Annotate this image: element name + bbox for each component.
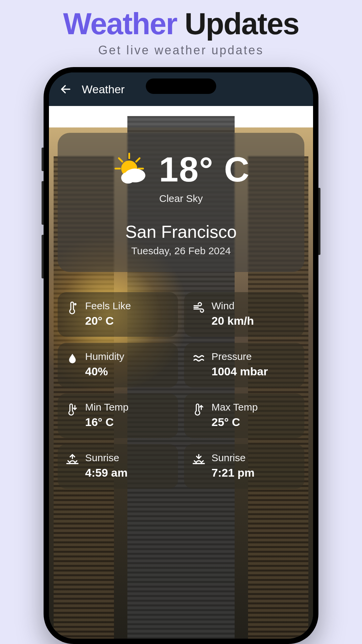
tile-value: 7:21 pm <box>212 466 255 479</box>
sunrise-icon <box>65 452 80 467</box>
tile-label: Sunrise <box>85 452 128 464</box>
partly-cloudy-icon <box>112 151 149 188</box>
phone-screen: Weather <box>49 72 313 639</box>
tile-max-temp: Max Temp 25° C <box>184 393 304 438</box>
tile-label: Humidity <box>85 351 124 362</box>
promo-title-accent: Weather <box>63 7 177 41</box>
back-button[interactable] <box>59 83 72 96</box>
droplet-icon <box>65 351 80 365</box>
svg-line-2 <box>119 158 122 161</box>
tile-wind: Wind 20 km/h <box>184 292 304 337</box>
tile-label: Sunrise <box>212 452 255 464</box>
svg-line-19 <box>202 461 203 462</box>
wind-icon <box>191 300 206 314</box>
tile-value: 20 km/h <box>212 314 254 327</box>
temp-low-icon <box>65 401 80 416</box>
svg-point-8 <box>121 172 135 183</box>
tile-label: Pressure <box>212 351 268 362</box>
svg-line-18 <box>194 461 195 462</box>
temperature-value: 18° C <box>159 150 250 190</box>
temp-high-icon <box>191 401 206 416</box>
date-text: Tuesday, 26 Feb 2024 <box>68 245 294 257</box>
svg-line-14 <box>68 461 69 462</box>
tile-value: 4:59 am <box>85 466 128 479</box>
thermometer-icon <box>65 300 80 314</box>
tile-sunset: Sunrise 7:21 pm <box>184 444 304 489</box>
weather-content: 18° C Clear Sky San Francisco Tuesday, 2… <box>49 106 313 639</box>
sunset-icon <box>191 452 206 467</box>
tile-value: 40% <box>85 365 124 378</box>
dynamic-island <box>146 78 216 94</box>
tile-value: 20° C <box>85 314 131 327</box>
svg-line-15 <box>76 461 77 462</box>
tile-value: 16° C <box>85 416 129 429</box>
tile-pressure: Pressure 1004 mbar <box>184 343 304 387</box>
promo-title: Weather Updates <box>0 0 362 41</box>
condition-text: Clear Sky <box>68 193 294 204</box>
tile-min-temp: Min Temp 16° C <box>58 393 178 438</box>
pressure-icon <box>191 351 206 365</box>
city-name: San Francisco <box>68 222 294 242</box>
svg-line-3 <box>136 158 140 161</box>
current-weather-card: 18° C Clear Sky San Francisco Tuesday, 2… <box>58 133 304 272</box>
tile-value: 1004 mbar <box>212 365 268 378</box>
appbar-title: Weather <box>82 83 125 96</box>
arrow-left-icon <box>60 83 72 95</box>
tile-label: Feels Like <box>85 300 131 312</box>
tile-label: Min Temp <box>85 401 129 413</box>
svg-point-9 <box>75 304 76 305</box>
tile-value: 25° C <box>212 416 258 429</box>
tile-label: Wind <box>212 300 254 312</box>
weather-stats-grid: Feels Like 20° C Wind 20 km/h <box>58 292 304 489</box>
tile-feels-like: Feels Like 20° C <box>58 292 178 337</box>
phone-frame: Weather <box>44 67 318 644</box>
tile-humidity: Humidity 40% <box>58 343 178 387</box>
promo-title-dark: Updates <box>185 7 299 41</box>
tile-sunrise: Sunrise 4:59 am <box>58 444 178 489</box>
tile-label: Max Temp <box>212 401 258 413</box>
promo-subtitle: Get live weather updates <box>0 43 362 57</box>
